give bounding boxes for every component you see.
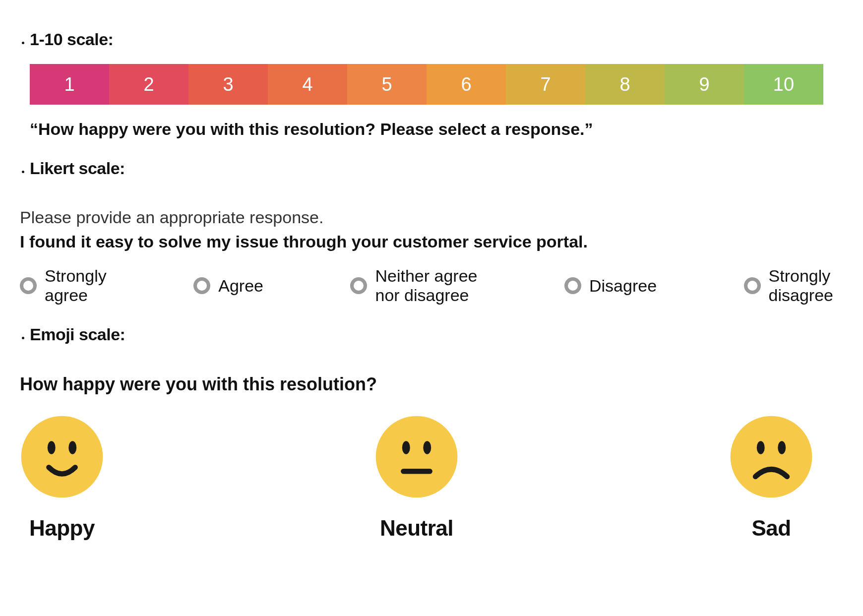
svg-point-0 [21,416,103,498]
likert-statement: I found it easy to solve my issue throug… [20,232,863,251]
likert-options-row: StronglyagreeAgreeNeither agreenor disag… [20,266,833,305]
scale-cell-9[interactable]: 9 [665,64,744,105]
emoji-option-happy[interactable]: Happy [20,415,104,541]
emoji-option-label: Happy [29,516,95,541]
scale-cell-label: 2 [143,74,154,95]
radio-icon [20,277,37,294]
likert-option-label: Disagree [589,276,657,296]
scale-cell-label: 3 [223,74,233,95]
scale-cell-3[interactable]: 3 [188,64,268,105]
svg-point-8 [757,441,765,454]
scale-cell-4[interactable]: 4 [268,64,347,105]
svg-point-3 [376,416,458,498]
scale-cell-label: 4 [302,74,312,95]
likert-lead-text: Please provide an appropriate response. [20,208,863,227]
svg-point-2 [68,441,76,454]
scale-cell-5[interactable]: 5 [347,64,427,105]
likert-option-label: Stronglydisagree [769,266,833,305]
radio-icon [350,277,367,294]
section-heading-scale10: 1-10 scale: [30,30,113,49]
scale-cell-7[interactable]: 7 [506,64,585,105]
scale-cell-label: 6 [461,74,471,95]
scale-cell-label: 10 [773,74,794,95]
radio-icon [744,277,761,294]
svg-point-5 [423,441,431,454]
happy-face-icon [20,415,104,501]
likert-option-label: Stronglyagree [45,266,107,305]
scale-prompt: “How happy were you with this resolution… [30,120,828,139]
svg-point-9 [778,441,786,454]
section-heading-likert: Likert scale: [30,159,125,178]
scale-cell-label: 1 [64,74,74,95]
scale-cell-8[interactable]: 8 [585,64,665,105]
svg-point-4 [402,441,410,454]
section-heading-emoji: Emoji scale: [30,325,125,344]
scale-cell-label: 7 [540,74,551,95]
likert-option[interactable]: Disagree [564,276,657,296]
likert-option-label: Agree [218,276,263,296]
scale-cell-label: 8 [619,74,630,95]
likert-option[interactable]: Agree [193,276,263,296]
sad-face-icon [729,415,813,501]
emoji-option-sad[interactable]: Sad [729,415,813,541]
radio-icon [564,277,581,294]
scale-cell-2[interactable]: 2 [109,64,188,105]
svg-point-1 [48,441,56,454]
emoji-options-row: HappyNeutralSad [20,415,813,541]
svg-point-7 [731,416,812,498]
likert-option[interactable]: Neither agreenor disagree [350,266,477,305]
likert-option[interactable]: Stronglyagree [20,266,107,305]
emoji-question: How happy were you with this resolution? [20,374,863,395]
radio-icon [193,277,210,294]
emoji-option-label: Neutral [380,516,453,541]
scale-1-10: 12345678910 [30,64,823,105]
emoji-option-neutral[interactable]: Neutral [374,415,459,541]
scale-cell-6[interactable]: 6 [427,64,506,105]
scale-cell-1[interactable]: 1 [30,64,109,105]
likert-option-label: Neither agreenor disagree [375,266,477,305]
scale-cell-label: 5 [381,74,392,95]
scale-cell-label: 9 [699,74,709,95]
likert-option[interactable]: Stronglydisagree [744,266,833,305]
scale-cell-10[interactable]: 10 [744,64,823,105]
neutral-face-icon [374,415,459,501]
emoji-option-label: Sad [751,516,791,541]
